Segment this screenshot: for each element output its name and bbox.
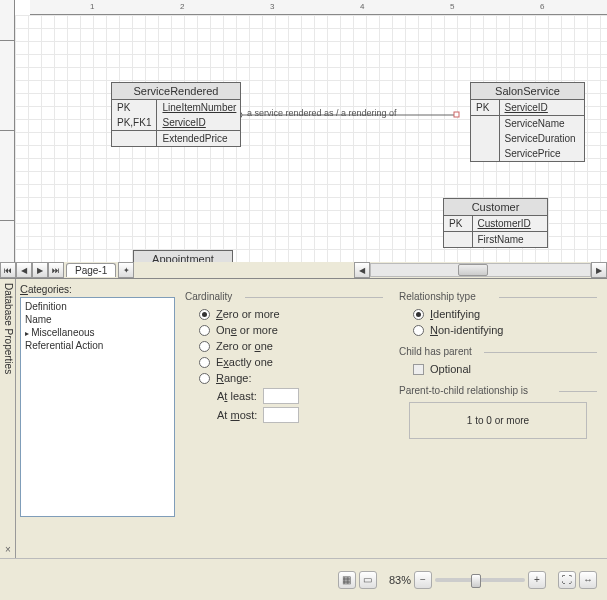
group-title: Cardinality — [185, 291, 383, 302]
cardinality-group: Cardinality Zero or more One or more Zer… — [179, 283, 389, 554]
zoom-in-icon[interactable]: + — [528, 571, 546, 589]
entity-customer[interactable]: Customer PKCustomerID FirstName — [443, 198, 548, 248]
ruler-vertical — [0, 0, 15, 278]
nav-prev-icon[interactable]: ◀ — [16, 262, 32, 278]
categories-label: Categories: — [20, 283, 175, 295]
entity-title: SalonService — [471, 83, 584, 100]
scroll-left-icon[interactable]: ◀ — [354, 262, 370, 278]
range-at-least: At least: — [217, 388, 383, 404]
fit-width-icon[interactable]: ↔ — [579, 571, 597, 589]
group-title: Relationship type — [399, 291, 597, 302]
radio-identifying[interactable]: Identifying — [413, 308, 597, 320]
radio-range[interactable]: Range: — [199, 372, 383, 384]
checkbox-optional: Optional — [413, 363, 597, 375]
entity-title: ServiceRendered — [112, 83, 240, 100]
category-item[interactable]: Definition — [23, 300, 172, 313]
range-at-most: At most: — [217, 407, 383, 423]
radio-zero-or-more[interactable]: Zero or more — [199, 308, 383, 320]
at-least-input — [263, 388, 299, 404]
scroll-right-icon[interactable]: ▶ — [591, 262, 607, 278]
categories-section: Categories: Definition Name Miscellaneou… — [20, 283, 175, 554]
group-title: Parent-to-child relationship is — [399, 385, 597, 396]
radio-icon[interactable] — [199, 373, 210, 384]
new-page-icon[interactable]: ✦ — [118, 262, 134, 278]
zoom-out-icon[interactable]: − — [414, 571, 432, 589]
radio-zero-or-one[interactable]: Zero or one — [199, 340, 383, 352]
fit-page-icon[interactable]: ⛶ — [558, 571, 576, 589]
status-bar: ▦ ▭ 83% − + ⛶ ↔ — [0, 558, 607, 600]
radio-icon[interactable] — [199, 309, 210, 320]
checkbox-icon — [413, 364, 424, 375]
nav-next-icon[interactable]: ▶ — [32, 262, 48, 278]
nav-last-icon[interactable]: ⏭ — [48, 262, 64, 278]
radio-icon[interactable] — [413, 325, 424, 336]
category-item[interactable]: Name — [23, 313, 172, 326]
database-properties-panel: Database Properties × Categories: Defini… — [0, 278, 607, 558]
radio-icon[interactable] — [199, 325, 210, 336]
view-normal-icon[interactable]: ▦ — [338, 571, 356, 589]
radio-one-or-more[interactable]: One or more — [199, 324, 383, 336]
ruler-horizontal: 1 2 3 4 5 6 — [30, 0, 607, 15]
diagram-canvas[interactable]: 1 2 3 4 5 6 a service rendered as / a re… — [15, 0, 607, 278]
radio-icon[interactable] — [199, 341, 210, 352]
radio-non-identifying[interactable]: Non-identifying — [413, 324, 597, 336]
radio-exactly-one[interactable]: Exactly one — [199, 356, 383, 368]
zoom-value: 83% — [389, 574, 411, 586]
radio-icon[interactable] — [199, 357, 210, 368]
hscroll-track[interactable] — [370, 263, 591, 277]
panel-side-tab[interactable]: Database Properties — [0, 279, 16, 558]
entity-service-rendered[interactable]: ServiceRendered PKLineItemNumber PK,FK1S… — [111, 82, 241, 147]
nav-first-icon[interactable]: ⏮ — [0, 262, 16, 278]
group-title: Child has parent — [399, 346, 597, 357]
at-most-input — [263, 407, 299, 423]
category-item-selected[interactable]: Miscellaneous — [23, 326, 172, 339]
hscroll-thumb[interactable] — [458, 264, 488, 276]
page-tab[interactable]: Page-1 — [66, 263, 116, 277]
relationship-type-group: Relationship type Identifying Non-identi… — [393, 283, 603, 554]
page-tab-bar: ⏮ ◀ ▶ ⏭ Page-1 ✦ ◀ ▶ — [0, 262, 607, 278]
radio-icon[interactable] — [413, 309, 424, 320]
entity-salon-service[interactable]: SalonService PKServiceID ServiceName Ser… — [470, 82, 585, 162]
entity-title: Customer — [444, 199, 547, 216]
categories-list[interactable]: Definition Name Miscellaneous Referentia… — [20, 297, 175, 517]
relationship-label[interactable]: a service rendered as / a rendering of — [247, 108, 397, 118]
parent-child-value: 1 to 0 or more — [409, 402, 587, 439]
category-item[interactable]: Referential Action — [23, 339, 172, 352]
close-panel-icon[interactable]: × — [2, 544, 14, 556]
view-presentation-icon[interactable]: ▭ — [359, 571, 377, 589]
zoom-slider[interactable] — [435, 578, 525, 582]
